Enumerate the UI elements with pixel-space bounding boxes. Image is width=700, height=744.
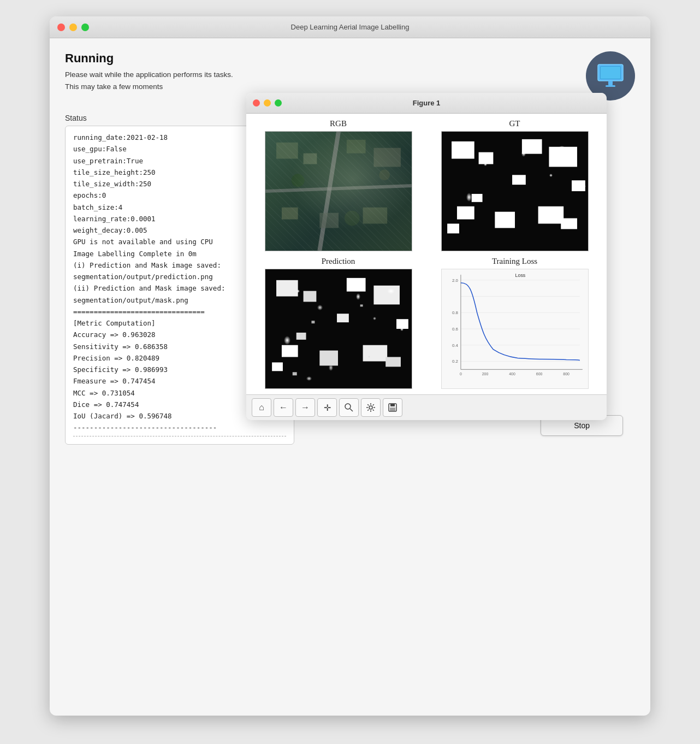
figure-grid: RGB xyxy=(253,119,600,389)
svg-rect-23 xyxy=(521,139,542,154)
svg-rect-4 xyxy=(608,81,613,85)
svg-rect-11 xyxy=(303,153,317,164)
svg-rect-26 xyxy=(538,206,563,224)
svg-rect-33 xyxy=(265,269,412,388)
svg-text:Loss: Loss xyxy=(515,273,525,278)
svg-text:200: 200 xyxy=(482,372,488,376)
svg-rect-6 xyxy=(265,132,412,251)
figure-title-bar: Figure 1 xyxy=(246,93,607,114)
status-line-25: ----------------------------------- xyxy=(73,422,286,433)
svg-rect-32 xyxy=(572,180,585,191)
svg-text:0.4: 0.4 xyxy=(452,343,458,348)
svg-rect-48 xyxy=(292,372,296,375)
close-button[interactable] xyxy=(57,23,65,31)
toolbar-zoom-button[interactable] xyxy=(339,398,359,417)
figure-content: RGB xyxy=(246,114,607,394)
svg-rect-29 xyxy=(447,223,459,233)
figure-window-controls xyxy=(253,99,282,107)
figure-minimize-button[interactable] xyxy=(264,99,271,107)
svg-point-69 xyxy=(345,404,351,409)
svg-rect-82 xyxy=(390,408,395,411)
svg-rect-28 xyxy=(561,219,577,229)
svg-line-9 xyxy=(265,186,412,191)
svg-rect-21 xyxy=(452,141,474,159)
svg-rect-34 xyxy=(276,280,298,297)
svg-rect-13 xyxy=(373,148,401,167)
monitor-icon xyxy=(596,61,625,91)
main-window: Deep Learning Aerial Image Labelling Run… xyxy=(50,16,650,716)
svg-rect-38 xyxy=(281,345,298,357)
svg-text:600: 600 xyxy=(536,372,542,376)
fig-img-rgb xyxy=(265,131,412,251)
toolbar-save-button[interactable] xyxy=(383,398,402,417)
fig-img-gt xyxy=(441,131,589,251)
svg-rect-45 xyxy=(396,319,408,329)
svg-rect-10 xyxy=(276,143,298,159)
svg-rect-35 xyxy=(303,291,316,302)
svg-rect-37 xyxy=(373,286,400,305)
svg-rect-15 xyxy=(363,208,387,224)
svg-text:0.8: 0.8 xyxy=(452,310,458,315)
figure-close-button[interactable] xyxy=(253,99,260,107)
svg-rect-25 xyxy=(456,206,474,220)
svg-line-79 xyxy=(367,410,369,411)
figure-window: Figure 1 RGB xyxy=(246,93,607,420)
fig-img-prediction xyxy=(265,269,412,389)
svg-point-19 xyxy=(344,211,359,226)
svg-line-8 xyxy=(319,132,339,251)
fig-cell-loss: Training Loss xyxy=(429,257,600,389)
svg-rect-47 xyxy=(360,304,363,306)
window-title: Deep Learning Aerial Image Labelling xyxy=(291,23,410,31)
maximize-button[interactable] xyxy=(81,23,89,31)
svg-rect-39 xyxy=(363,345,387,362)
svg-rect-5 xyxy=(606,85,615,87)
fig-label-gt: GT xyxy=(509,119,520,128)
svg-rect-20 xyxy=(442,132,588,251)
header-text: Running Please wait while the applicatio… xyxy=(65,51,233,92)
running-subtitle-2: This may take a few moments xyxy=(65,81,233,93)
svg-rect-46 xyxy=(311,321,315,323)
window-body: Running Please wait while the applicatio… xyxy=(50,38,650,458)
toolbar-forward-button[interactable]: → xyxy=(295,398,315,417)
toolbar-pan-button[interactable]: ✛ xyxy=(317,398,337,417)
fig-cell-rgb: RGB xyxy=(253,119,424,251)
svg-text:400: 400 xyxy=(509,372,515,376)
svg-line-76 xyxy=(367,404,369,405)
status-separator xyxy=(73,436,286,436)
svg-point-18 xyxy=(379,169,390,180)
toolbar-back-button[interactable]: ← xyxy=(274,398,293,417)
minimize-button[interactable] xyxy=(69,23,77,31)
svg-rect-31 xyxy=(471,194,482,202)
svg-text:2.0: 2.0 xyxy=(452,278,458,283)
svg-rect-16 xyxy=(319,213,339,228)
svg-line-78 xyxy=(373,404,374,405)
title-bar: Deep Learning Aerial Image Labelling xyxy=(50,16,650,38)
svg-rect-43 xyxy=(337,314,349,322)
svg-rect-12 xyxy=(346,140,365,153)
svg-rect-14 xyxy=(281,208,298,220)
figure-toolbar: ⌂ ← → ✛ xyxy=(246,394,607,420)
svg-line-77 xyxy=(373,410,374,411)
svg-text:0.2: 0.2 xyxy=(452,359,458,364)
fig-label-prediction: Prediction xyxy=(322,257,355,266)
svg-rect-3 xyxy=(601,67,620,79)
toolbar-home-button[interactable]: ⌂ xyxy=(252,398,271,417)
svg-text:800: 800 xyxy=(563,372,570,376)
svg-rect-24 xyxy=(549,147,577,167)
fig-cell-prediction: Prediction xyxy=(253,257,424,389)
fig-label-loss: Training Loss xyxy=(492,257,537,266)
running-title: Running xyxy=(65,51,233,66)
svg-point-71 xyxy=(369,406,372,409)
svg-line-70 xyxy=(350,409,353,411)
window-controls xyxy=(57,23,89,31)
svg-rect-36 xyxy=(346,278,365,292)
svg-rect-44 xyxy=(296,333,306,340)
figure-maximize-button[interactable] xyxy=(275,99,282,107)
svg-rect-7 xyxy=(265,132,412,251)
svg-rect-42 xyxy=(272,362,283,371)
svg-rect-22 xyxy=(478,152,493,164)
figure-title: Figure 1 xyxy=(413,99,441,107)
svg-rect-81 xyxy=(390,404,395,406)
fig-cell-gt: GT xyxy=(429,119,600,251)
toolbar-settings-button[interactable] xyxy=(361,398,381,417)
